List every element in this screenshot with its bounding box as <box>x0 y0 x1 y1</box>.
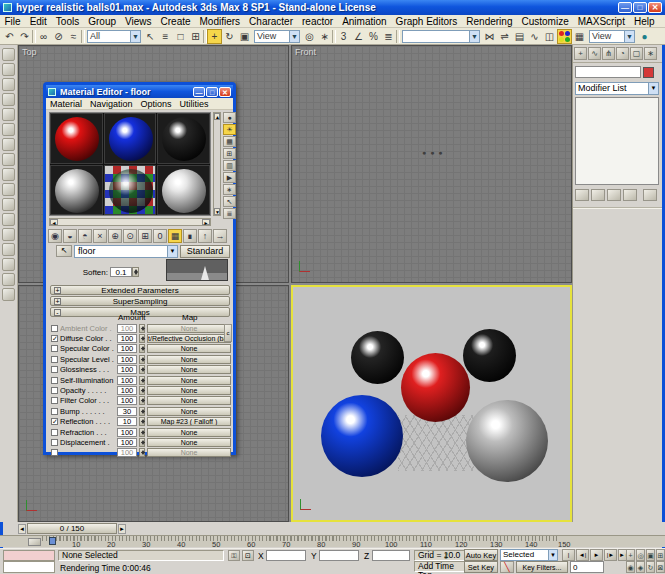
reactor-tool-icon-6[interactable] <box>2 123 15 136</box>
video-color-check-icon[interactable]: ▥ <box>223 160 236 171</box>
quick-render-button[interactable]: ● <box>637 29 652 44</box>
reactor-tool-icon-15[interactable] <box>2 258 15 271</box>
go-to-start-button[interactable]: |◄◄ <box>562 549 575 561</box>
reactor-tool-icon-2[interactable] <box>2 63 15 76</box>
close-icon[interactable]: ✕ <box>219 87 231 97</box>
map-enable-checkbox[interactable] <box>51 397 58 404</box>
map-slot-button[interactable]: None <box>147 448 231 457</box>
menu-item[interactable]: MAXScript <box>573 16 629 27</box>
pin-stack-button[interactable] <box>575 189 589 201</box>
z-coordinate-field[interactable] <box>372 550 410 561</box>
map-enable-checkbox[interactable] <box>51 325 58 332</box>
material-name-dropdown[interactable]: floor ▼ <box>74 245 178 258</box>
material-editor-button[interactable] <box>557 29 572 44</box>
ambient-diffuse-lock-icon[interactable]: c <box>224 324 232 342</box>
align-icon[interactable]: ⇌ <box>497 29 512 44</box>
amount-spinner[interactable] <box>139 396 145 405</box>
amount-spinner[interactable] <box>139 334 145 343</box>
reactor-tool-icon-4[interactable] <box>2 93 15 106</box>
title-bar[interactable]: hyper realistic balls01.max - Autodesk 3… <box>0 0 665 15</box>
map-slot-button[interactable]: None <box>147 324 231 333</box>
object-name-field[interactable] <box>575 66 641 78</box>
put-material-to-scene-icon[interactable]: ◒ <box>63 229 77 243</box>
go-forward-to-sibling-icon[interactable]: → <box>213 229 227 243</box>
map-slot-button[interactable]: None <box>147 376 231 385</box>
tab-hierarchy[interactable]: ⋔ <box>602 47 615 60</box>
menu-item[interactable]: Animation <box>338 16 391 27</box>
material-map-navigator-icon[interactable]: ≣ <box>223 208 236 219</box>
amount-spinner[interactable] <box>139 417 145 426</box>
make-preview-icon[interactable]: ▶ <box>223 172 236 183</box>
current-frame-marker[interactable] <box>49 537 56 545</box>
ref-coord-combo[interactable]: View <box>254 30 300 43</box>
mirror-icon[interactable]: ⋈ <box>482 29 497 44</box>
maxscript-mini-listener-white[interactable] <box>3 561 55 573</box>
reactor-tool-icon-7[interactable] <box>2 138 15 151</box>
scroll-up-icon[interactable]: ▲ <box>214 113 220 120</box>
reactor-tool-icon-8[interactable] <box>2 153 15 166</box>
select-and-link-icon[interactable]: ∞ <box>36 29 51 44</box>
next-frame-button[interactable]: |► <box>604 549 617 561</box>
assign-material-to-selection-icon[interactable]: ◓ <box>78 229 92 243</box>
scroll-right-icon[interactable]: ► <box>202 219 210 225</box>
use-pivot-center-icon[interactable]: ◎ <box>302 29 317 44</box>
slot-horizontal-scrollbar[interactable]: ◄ ► <box>49 218 211 226</box>
x-coordinate-field[interactable] <box>266 550 306 561</box>
amount-spinner[interactable] <box>139 344 145 353</box>
make-unique-button[interactable] <box>607 189 621 201</box>
reactor-tool-icon-1[interactable] <box>2 48 15 61</box>
percent-snap-icon[interactable]: % <box>366 29 381 44</box>
maximize-viewport-icon[interactable]: ⊠ <box>656 561 665 573</box>
map-enable-checkbox[interactable] <box>51 377 58 384</box>
material-type-button[interactable]: Standard <box>180 245 230 258</box>
key-filters-button[interactable]: Key Filters... <box>516 561 568 573</box>
remove-modifier-button[interactable] <box>623 189 637 201</box>
sample-slot-blue[interactable] <box>104 113 157 164</box>
material-editor-dialog[interactable]: Material Editor - floor — □ ✕ MaterialNa… <box>43 82 236 455</box>
set-key-button[interactable]: Set Key <box>464 561 498 573</box>
map-amount-field[interactable]: 100 <box>117 365 137 374</box>
maxscript-mini-listener-pink[interactable] <box>3 550 55 561</box>
selection-lock-icon[interactable]: ⚿ <box>228 550 240 561</box>
rollout-bar[interactable]: + SuperSampling <box>50 296 230 306</box>
map-enable-checkbox[interactable] <box>51 449 58 456</box>
time-slider[interactable]: 0 / 150 <box>27 523 117 534</box>
menu-item[interactable]: Help <box>629 16 659 27</box>
viewport-perspective-active[interactable] <box>291 285 572 522</box>
amount-spinner[interactable] <box>139 438 145 447</box>
modifier-list-dropdown[interactable]: Modifier List ▼ <box>575 82 659 95</box>
arc-rotate-icon[interactable]: ↻ <box>646 561 655 573</box>
key-mode-dropdown[interactable]: Selected ▼ <box>500 549 558 561</box>
map-enable-checkbox[interactable] <box>51 387 58 394</box>
menu-item[interactable]: Customize <box>517 16 573 27</box>
menu-item[interactable]: reactor <box>298 16 338 27</box>
reset-map-icon[interactable]: × <box>93 229 107 243</box>
current-frame-field[interactable]: 0 <box>570 561 604 573</box>
map-slot-button[interactable]: None <box>147 355 231 364</box>
map-enable-checkbox[interactable] <box>51 439 58 446</box>
select-and-manipulate-icon[interactable]: ∗ <box>317 29 332 44</box>
sample-slot-checker[interactable] <box>104 165 157 216</box>
black-sphere-right[interactable] <box>463 329 516 382</box>
reactor-tool-icon-10[interactable] <box>2 183 15 196</box>
bind-to-spacewarp-icon[interactable]: ≈ <box>66 29 81 44</box>
map-slot-button[interactable]: t/Reflective Occlusion (base) ) <box>147 334 231 343</box>
curve-editor-icon[interactable]: ∿ <box>527 29 542 44</box>
sample-slot-gray[interactable] <box>50 165 103 216</box>
scroll-left-icon[interactable]: ◄ <box>50 219 58 225</box>
rollout-toggle-icon[interactable]: + <box>54 287 61 294</box>
sample-slot-black[interactable] <box>157 113 210 164</box>
named-selection-combo[interactable] <box>402 30 480 43</box>
amount-spinner[interactable] <box>139 386 145 395</box>
rollout-bar[interactable]: + Extended Parameters <box>50 285 230 295</box>
amount-spinner[interactable] <box>139 376 145 385</box>
reactor-tool-icon-14[interactable] <box>2 243 15 256</box>
redo-icon[interactable]: ↷ <box>17 29 32 44</box>
window-crossing-icon[interactable]: ⊞ <box>188 29 203 44</box>
map-enable-checkbox[interactable] <box>51 356 58 363</box>
material-editor-title-bar[interactable]: Material Editor - floor — □ ✕ <box>46 85 233 98</box>
select-object-icon[interactable]: ↖ <box>143 29 158 44</box>
time-prev-arrow[interactable]: ◄ <box>18 524 26 534</box>
snap-toggle-3d-icon[interactable]: 3 <box>336 29 351 44</box>
unlink-selection-icon[interactable]: ⊘ <box>51 29 66 44</box>
